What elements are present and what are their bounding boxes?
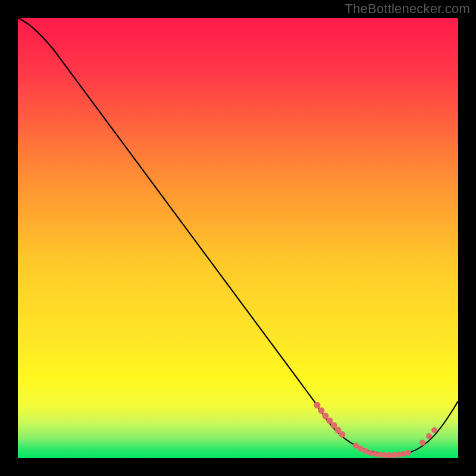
watermark-text: TheBottlenecker.com — [345, 1, 470, 17]
chart-svg — [18, 18, 458, 458]
svg-point-19 — [419, 440, 425, 446]
svg-point-21 — [431, 427, 437, 433]
svg-point-20 — [426, 433, 432, 439]
gradient-background — [18, 18, 458, 458]
svg-point-6 — [339, 431, 346, 438]
svg-point-1 — [318, 408, 325, 414]
chart-container: TheBottlenecker.com — [0, 0, 476, 476]
svg-point-0 — [314, 402, 321, 409]
svg-point-18 — [405, 450, 411, 456]
plot-area — [18, 18, 458, 458]
